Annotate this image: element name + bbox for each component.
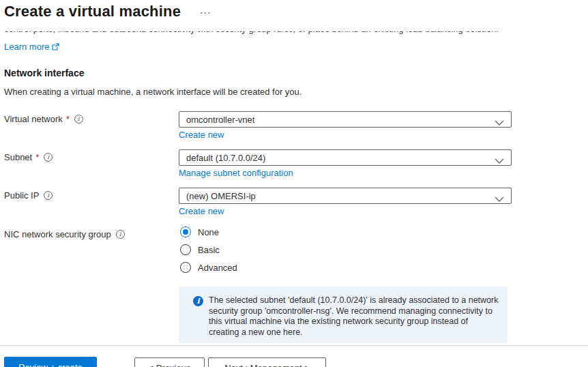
virtual-network-dropdown[interactable]: omcontroller-vnet (179, 111, 512, 128)
info-filled-icon: i (193, 296, 203, 306)
nic-nsg-label: NIC network security group i (4, 229, 125, 239)
page-title: Create a virtual machine (4, 3, 181, 20)
info-icon[interactable]: i (74, 115, 83, 123)
subnet-dropdown[interactable]: default (10.7.0.0/24) (179, 149, 512, 166)
radio-unselected-icon (180, 262, 191, 273)
info-icon[interactable]: i (116, 230, 125, 239)
required-marker: * (66, 114, 70, 124)
chevron-down-icon (495, 194, 504, 204)
next-management-button[interactable]: Next : Management > (208, 357, 326, 367)
subnet-label: Subnet* i (4, 152, 53, 162)
subnet-nsg-info-box: i The selected subnet 'default (10.7.0.0… (179, 287, 508, 343)
manage-subnet-configuration-link[interactable]: Manage subnet configuration (179, 168, 293, 178)
virtual-network-label: Virtual network* i (4, 114, 83, 124)
radio-selected-icon (180, 226, 191, 237)
info-icon[interactable]: i (44, 153, 53, 162)
nic-nsg-option-none[interactable]: None (180, 226, 219, 237)
nic-nsg-option-advanced[interactable]: Advanced (180, 262, 237, 273)
info-box-text: The selected subnet 'default (10.7.0.0/2… (209, 295, 499, 336)
public-ip-dropdown[interactable]: (new) OMERSI-ip (179, 188, 512, 204)
review-create-button[interactable]: Review + create (4, 357, 97, 367)
chevron-down-icon (495, 117, 504, 128)
virtual-network-value: omcontroller-vnet (186, 115, 254, 125)
required-marker: * (35, 152, 39, 162)
clipped-paragraph: control ports, inbound and outbound conn… (4, 31, 536, 35)
radio-label: None (198, 227, 219, 237)
radio-label: Advanced (198, 263, 237, 273)
section-heading-network-interface: Network interface (4, 68, 84, 78)
more-options-icon[interactable]: ... (200, 4, 211, 16)
previous-button[interactable]: < Previous (134, 357, 205, 367)
subnet-value: default (10.7.0.0/24) (186, 153, 265, 163)
public-ip-label: Public IP i (4, 190, 53, 201)
radio-label: Basic (198, 245, 220, 255)
virtual-network-create-new-link[interactable]: Create new (179, 130, 224, 140)
create-vm-page: Create a virtual machine ... control por… (0, 0, 588, 367)
learn-more-link[interactable]: Learn more (4, 42, 59, 52)
nic-nsg-option-basic[interactable]: Basic (180, 244, 220, 255)
learn-more-label: Learn more (4, 42, 49, 52)
info-icon[interactable]: i (44, 191, 53, 200)
external-link-icon (52, 43, 59, 50)
public-ip-create-new-link[interactable]: Create new (179, 206, 224, 216)
public-ip-value: (new) OMERSI-ip (186, 191, 256, 201)
radio-unselected-icon (180, 244, 191, 255)
chevron-down-icon (495, 156, 504, 166)
footer-divider (0, 345, 588, 346)
section-description: When creating a virtual machine, a netwo… (4, 87, 302, 97)
